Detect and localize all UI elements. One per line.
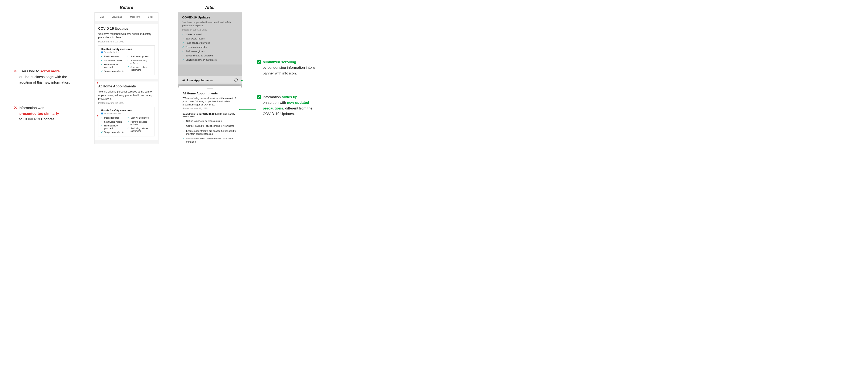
- list-item: ✓Masks required: [101, 55, 126, 58]
- check-icon: ✓: [127, 127, 129, 132]
- check-icon: ✓: [182, 59, 184, 61]
- verified-icon: [101, 112, 103, 114]
- annotation-right-1: ✓Minimized scrolling by condensing infor…: [257, 60, 323, 76]
- list-item: ✓Staff wears masks: [101, 120, 126, 123]
- check-icon: ✓: [182, 42, 184, 44]
- list-item: ✓Contact tracing for stylist coming to y…: [183, 124, 238, 128]
- check-icon: ✓: [183, 124, 185, 128]
- covid-date: Posted on June 12, 2020: [98, 40, 155, 43]
- sheet-measures-list: ✓Option to perform services outside ✓Con…: [183, 119, 238, 143]
- info-icon[interactable]: i: [235, 78, 238, 82]
- phone-before: Call View map More info Book COVID-19 Up…: [95, 12, 158, 144]
- list-item: ✓Perform services outside: [127, 120, 152, 126]
- list-item: ✓Social distancing enforced: [182, 54, 238, 57]
- check-icon: ✓: [182, 46, 184, 48]
- list-item: ✓Temperature checks: [101, 70, 126, 73]
- check-icon: ✓: [101, 63, 103, 69]
- list-item: ✓Ensure appointments are spaced further …: [183, 130, 238, 136]
- from-business-text: From the business: [104, 112, 121, 115]
- column-header-before: Before: [95, 5, 158, 10]
- covid-title: COVID-19 Updates: [182, 15, 238, 19]
- list-item: ✓Masks required: [101, 116, 126, 119]
- measures-col-1: ✓Masks required ✓Staff wears masks ✓Hand…: [101, 116, 126, 135]
- list-item: ✓Stylists are able to commute within 20 …: [183, 137, 238, 143]
- sheet-quote: “We are offering personal services at th…: [183, 97, 238, 106]
- connector-dot: [97, 115, 98, 116]
- check-icon: ✓: [182, 33, 184, 36]
- check-icon: ✓: [101, 124, 103, 130]
- action-tabs: Call View map More info Book: [95, 12, 158, 21]
- tab-book[interactable]: Book: [148, 15, 153, 19]
- list-item: ✓Staff wears gloves: [127, 116, 152, 119]
- tab-more-info[interactable]: More info: [130, 15, 140, 19]
- annotation-right-2: ✓Information slides up on screen with ne…: [257, 95, 323, 117]
- list-item: ✓Social distancing enforced: [127, 59, 152, 65]
- check-icon: ✓: [183, 137, 185, 143]
- list-item: ✓Sanitizing between customers: [127, 66, 152, 71]
- check-box-icon: ✓: [257, 95, 261, 99]
- tab-call[interactable]: Call: [100, 15, 104, 19]
- list-item: ✓Masks required: [182, 33, 238, 36]
- covid-date: Posted on June 12, 2020: [182, 28, 238, 31]
- at-home-banner[interactable]: At Home Appointments i: [178, 76, 242, 85]
- list-item: ✓Hand sanitizer provided: [101, 63, 126, 69]
- covid-quote: “We have reopened with new health and sa…: [182, 21, 238, 27]
- covid-updates-card: COVID-19 Updates “We have reopened with …: [95, 24, 158, 79]
- list-item: ✓Sanitizing between customers: [127, 127, 152, 132]
- measures-col-2: ✓Staff wears gloves ✓Perform services ou…: [127, 116, 152, 135]
- connector-line: [81, 83, 98, 83]
- covid-title: COVID-19 Updates: [98, 27, 155, 31]
- list-item: ✓Option to perform services outside: [183, 119, 238, 123]
- from-business-label: From the business: [101, 112, 152, 115]
- list-item: ✓Staff wears gloves: [182, 50, 238, 53]
- from-business-text: From the business: [104, 51, 121, 54]
- x-icon: ✕: [14, 106, 17, 110]
- check-icon: ✓: [127, 59, 129, 65]
- list-item: ✓Staff wears masks: [182, 37, 238, 40]
- check-icon: ✓: [101, 120, 103, 123]
- banner-label: At Home Appointments: [182, 79, 213, 82]
- list-item: ✓Staff wears gloves: [127, 55, 152, 58]
- covid-measures-list: ✓Masks required ✓Staff wears masks ✓Hand…: [182, 33, 238, 61]
- sheet-title: At Home Appointments: [183, 92, 238, 95]
- at-home-card: At Home Appointments “We are offering pe…: [95, 81, 158, 140]
- check-icon: ✓: [127, 120, 129, 126]
- at-home-quote: “We are offering personal services at th…: [98, 90, 155, 100]
- measures-col-2: ✓Staff wears gloves ✓Social distancing e…: [127, 55, 152, 74]
- covid-updates-section: COVID-19 Updates “We have reopened with …: [178, 12, 242, 65]
- check-icon: ✓: [127, 116, 129, 119]
- check-box-icon: ✓: [257, 60, 261, 64]
- check-icon: ✓: [101, 70, 103, 73]
- check-icon: ✓: [183, 130, 185, 136]
- column-header-after: After: [178, 5, 242, 10]
- drag-handle[interactable]: [207, 88, 213, 89]
- check-icon: ✓: [182, 50, 184, 53]
- sheet-subheading: In addition to our COVID-19 health and s…: [183, 113, 238, 118]
- check-icon: ✓: [182, 54, 184, 57]
- check-icon: ✓: [101, 59, 103, 62]
- at-home-sheet: At Home Appointments “We are offering pe…: [178, 86, 242, 144]
- check-icon: ✓: [101, 116, 103, 119]
- tab-view-map[interactable]: View map: [112, 15, 122, 19]
- measures-col-1: ✓Masks required ✓Staff wears masks ✓Hand…: [101, 55, 126, 74]
- covid-quote: “We have reopened with new health and sa…: [98, 32, 155, 39]
- check-icon: ✓: [101, 55, 103, 58]
- health-measures-box: Health & safety measures From the busine…: [98, 45, 155, 75]
- x-icon: ✕: [14, 69, 17, 73]
- list-item: ✓Temperature checks: [182, 46, 238, 48]
- connector-dot: [239, 109, 240, 110]
- check-icon: ✓: [127, 55, 129, 58]
- at-home-date: Posted on June 12, 2020: [98, 102, 155, 104]
- health-measures-box: Health & safety measures From the busine…: [98, 107, 155, 136]
- measures-title: Health & safety measures: [101, 109, 152, 112]
- sheet-date: Posted on June 12, 2020: [183, 107, 238, 110]
- check-icon: ✓: [183, 119, 185, 123]
- phone-after: COVID-19 Updates “We have reopened with …: [178, 12, 242, 144]
- connector-line: [240, 109, 256, 110]
- list-item: ✓Staff wears masks: [101, 59, 126, 62]
- check-icon: ✓: [101, 131, 103, 134]
- annotation-left-2: ✕Information was presented too similarly…: [14, 105, 80, 122]
- at-home-title: At Home Appointments: [98, 84, 155, 88]
- measures-title: Health & safety measures: [101, 48, 152, 51]
- list-item: ✓Hand sanitizer provided: [182, 42, 238, 44]
